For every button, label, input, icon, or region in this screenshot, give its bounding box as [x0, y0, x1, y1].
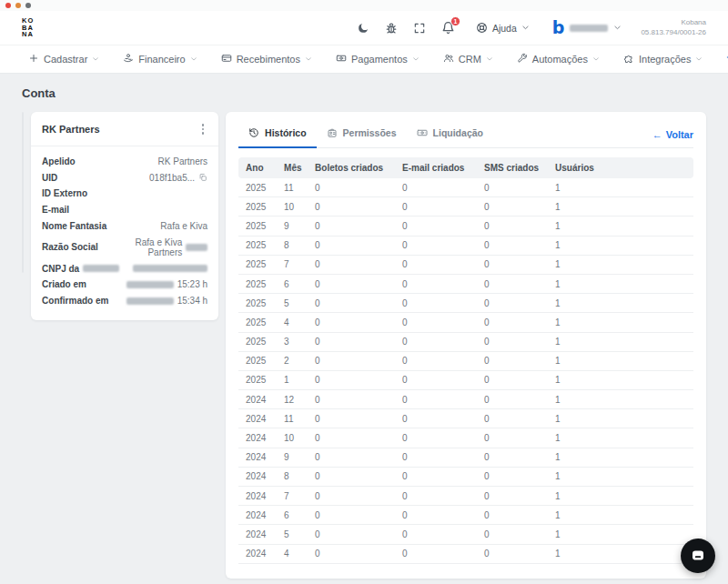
window-close-button[interactable] — [5, 3, 11, 8]
nav-item-pagamentos[interactable]: Pagamentos — [324, 53, 431, 65]
window-zoom-button[interactable] — [25, 3, 31, 8]
table-cell: 0 — [477, 236, 548, 255]
user-name-redacted — [570, 25, 608, 32]
fullscreen-icon — [413, 22, 426, 35]
chevron-down-icon — [521, 24, 530, 32]
tab-permissoes[interactable]: Permissões — [317, 121, 407, 148]
table-cell: 0 — [308, 428, 395, 448]
chevron-down-icon — [412, 54, 420, 65]
kebab-menu-button[interactable] — [198, 122, 208, 136]
detail-field-row: CNPJ da — [31, 260, 218, 277]
table-row: 202440001 — [238, 544, 693, 563]
table-cell: 5 — [277, 294, 308, 313]
table-cell: 1 — [548, 390, 693, 409]
table-cell: 0 — [308, 274, 395, 293]
table-row: 2024120001 — [238, 390, 693, 409]
window-titlebar — [0, 0, 728, 11]
table-cell: 2025 — [238, 274, 277, 293]
chat-launcher-button[interactable] — [681, 539, 715, 573]
table-cell: 0 — [477, 351, 548, 370]
account-menu[interactable]: b — [552, 19, 622, 36]
table-cell: 9 — [277, 448, 308, 467]
sidebar-item-telefones[interactable]: Telefones — [23, 136, 24, 158]
table-header: AnoMêsBoletos criadosE-mail criadosSMS c… — [238, 157, 693, 178]
fullscreen-button[interactable] — [413, 22, 426, 35]
table-cell: 0 — [477, 294, 548, 313]
sidebar-item-configuracoes-gerais[interactable]: Configurações Gerais — [23, 227, 24, 249]
table-cell: 11 — [277, 178, 308, 197]
table-row: 2024100001 — [238, 428, 693, 448]
table-body: 2025110001202510000120259000120258000120… — [238, 178, 693, 563]
table-cell: 0 — [477, 216, 548, 236]
table-cell: 0 — [308, 525, 395, 544]
avatar: b — [552, 19, 565, 36]
table-cell: 6 — [277, 274, 308, 293]
field-label: Razão Social — [42, 242, 98, 252]
account-sidebar: Dados CadastraisTelefonesUsuáriosEtiquet… — [22, 112, 24, 273]
dark-mode-toggle[interactable] — [357, 22, 369, 35]
field-value: RK Partners — [158, 156, 207, 166]
table-cell: 2024 — [238, 544, 277, 563]
moon-icon — [357, 22, 369, 35]
table-cell: 2025 — [238, 236, 277, 255]
nav-item-administracao[interactable]: Administração — [714, 53, 728, 65]
table-cell: 0 — [477, 332, 548, 351]
nav-item-crm[interactable]: CRM — [431, 53, 505, 65]
table-cell: 0 — [477, 370, 548, 389]
sidebar-item-operacoes[interactable]: Operações — [23, 249, 24, 272]
table-cell: 0 — [308, 409, 395, 428]
sidebar-item-dados-cadastrais[interactable]: Dados Cadastrais — [23, 113, 24, 136]
nav-item-label: Cadastrar — [44, 54, 87, 65]
header-actions: 1 Ajuda b Kobana 05.813.794/0001-26 — [357, 18, 706, 38]
panel-tabs: HistóricoPermissõesLiquidação ← Voltar — [238, 121, 693, 148]
nav-item-recebimentos[interactable]: Recebimentos — [209, 53, 324, 65]
tab-liquidacao[interactable]: Liquidação — [407, 121, 493, 148]
notifications-button[interactable]: 1 — [441, 21, 455, 35]
help-menu[interactable]: Ajuda — [476, 22, 530, 34]
table-cell: 2025 — [238, 255, 277, 274]
nav-item-automacoes[interactable]: Automações — [505, 53, 612, 65]
history-icon — [248, 127, 259, 138]
table-cell: 0 — [477, 525, 548, 544]
content-area: Conta Dados CadastraisTelefonesUsuáriosE… — [0, 74, 728, 584]
table-cell: 2024 — [238, 390, 277, 409]
field-label: E-mail — [42, 205, 69, 215]
back-link[interactable]: ← Voltar — [652, 129, 693, 140]
table-cell: 0 — [477, 544, 548, 563]
tab-label: Histórico — [265, 127, 307, 138]
table-cell: 1 — [548, 428, 693, 448]
nav-item-cadastrar[interactable]: Cadastrar — [16, 53, 111, 65]
sidebar-item-etiquetas[interactable]: Etiquetas — [23, 181, 24, 204]
table-cell: 0 — [308, 197, 395, 216]
table-row: 202570001 — [238, 255, 693, 274]
table-cell: 0 — [395, 487, 477, 506]
table-cell: 2025 — [238, 197, 277, 216]
table-cell: 0 — [395, 274, 477, 293]
window-minimize-button[interactable] — [15, 3, 21, 8]
table-cell: 2025 — [238, 313, 277, 332]
tab-historico[interactable]: Histórico — [238, 121, 317, 148]
table-row: 202460001 — [238, 506, 693, 525]
table-cell: 0 — [395, 197, 477, 216]
sidebar-item-usuarios[interactable]: Usuários — [23, 158, 24, 181]
chevron-down-icon — [695, 54, 703, 65]
main-nav: CadastrarFinanceiroRecebimentosPagamento… — [0, 45, 728, 74]
field-label: Confirmado em — [42, 296, 108, 306]
chevron-down-icon — [305, 54, 312, 65]
sidebar-item-subcontas[interactable]: Subcontas — [23, 204, 24, 227]
table-cell: 0 — [308, 294, 395, 313]
bug-report-button[interactable] — [385, 22, 398, 35]
redacted-text — [126, 281, 174, 288]
table-cell: 2024 — [238, 506, 277, 525]
table-cell: 0 — [395, 525, 477, 544]
table-cell: 0 — [308, 487, 395, 506]
nav-item-integracoes[interactable]: Integrações — [612, 53, 714, 65]
table-cell: 0 — [308, 313, 395, 332]
kobana-logo[interactable]: KO BA NA — [22, 17, 34, 39]
table-cell: 2025 — [238, 370, 277, 389]
table-cell: 0 — [308, 506, 395, 525]
copy-icon[interactable] — [198, 173, 207, 182]
nav-item-financeiro[interactable]: Financeiro — [111, 53, 208, 65]
column-header: Ano — [238, 157, 277, 178]
table-cell: 0 — [395, 178, 477, 197]
